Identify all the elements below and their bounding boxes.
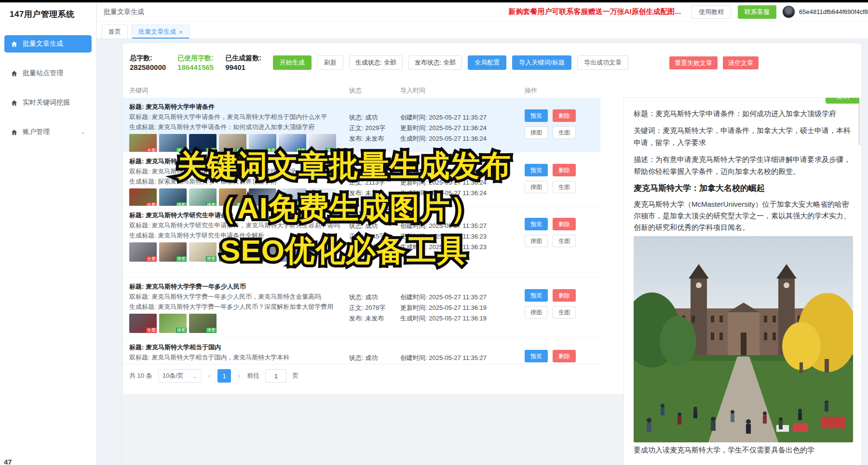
article-thumbnail[interactable]: 搜图 (219, 242, 246, 262)
next-page-icon[interactable]: › (237, 372, 241, 380)
refresh-button[interactable]: 刷新 (317, 55, 343, 70)
page-number-button[interactable]: 1 (217, 369, 231, 383)
time-cell: 创建时间: 2025-05-27 11:35:27 更新时间: 2025-05-… (400, 281, 525, 338)
article-thumbnail[interactable]: 搜图 (159, 242, 187, 262)
article-thumbnail[interactable]: 搜图 (309, 188, 336, 206)
words-value: 2029字 (365, 124, 385, 132)
sidebar-item-account[interactable]: 账户管理 ⌄ (4, 123, 92, 141)
sidebar-item-label: 账户管理 (23, 128, 50, 136)
delete-button[interactable]: 删除 (553, 218, 576, 230)
article-thumbnail[interactable]: 搜图 (219, 134, 246, 152)
table-row[interactable]: 标题: 麦克马斯特大学研究生申请条件 双标题: 麦克马斯特大学研究生申请条件，麦… (123, 206, 600, 278)
article-thumbnail[interactable]: 生图 (129, 134, 157, 152)
sidebar-item-batch-article[interactable]: 批量文章生成 (4, 35, 92, 53)
article-thumbnail[interactable]: 搜图 (189, 242, 217, 262)
article-thumbnail[interactable]: 搜图 (249, 188, 276, 206)
home-icon (11, 129, 18, 136)
generated-label: 生成时间: (400, 315, 427, 322)
table-row[interactable]: 标题: 麦克马斯特大学相当于国内 双标题: 麦克马斯特大学相当于国内，麦克马斯特… (123, 338, 600, 364)
article-thumbnail[interactable]: 搜图 (309, 134, 336, 152)
generated-value: 2025-05-27 11:36:24 (429, 135, 487, 142)
sidebar-item-batch-site[interactable]: 批量站点管理 (4, 65, 92, 82)
created-label: 创建时间: (400, 168, 427, 175)
breadcrumb: 批量文章生成 (104, 8, 144, 16)
thumbnail-badge: 生图 (146, 148, 157, 152)
preview-button[interactable]: 预览 (525, 218, 548, 230)
words-value: 2045字 (365, 233, 385, 240)
created-value: 2025-05-27 11:35:27 (429, 114, 487, 121)
delete-button[interactable]: 删除 (553, 109, 576, 122)
article-thumbnail[interactable]: 生图 (129, 242, 157, 262)
preview-button[interactable]: 预览 (525, 289, 548, 302)
scrollbar[interactable] (858, 101, 860, 145)
preview-button[interactable]: 预览 (525, 350, 548, 362)
publish-status-select[interactable]: 发布状态: 全部 (408, 55, 462, 70)
tab-home[interactable]: 首页 (102, 25, 128, 39)
tab-batch-article[interactable]: 批量文章生成 × (132, 25, 190, 39)
article-thumbnail[interactable]: 搜图 (219, 188, 246, 206)
article-thumbnail[interactable]: 搜图 (249, 242, 276, 262)
thumbnail-badge: 搜图 (236, 256, 246, 262)
generate-image-button[interactable]: 生图 (553, 235, 576, 247)
updated-label: 更新时间: (400, 304, 427, 311)
preview-button[interactable]: 预览 (525, 109, 548, 122)
avatar[interactable] (782, 5, 795, 18)
global-config-button[interactable]: 全局配置 (468, 55, 506, 70)
reset-failed-button[interactable]: 重置失败文章 (669, 56, 718, 69)
search-image-button[interactable]: 搜图 (525, 126, 548, 139)
close-icon[interactable]: × (179, 28, 183, 36)
search-image-button[interactable]: 搜图 (525, 181, 548, 193)
table-row[interactable]: 标题: 麦克马斯特大学 双标题: 麦克马斯特大学申请条件，麦克马斯特大学排名情况… (123, 152, 600, 206)
generate-image-button[interactable]: 生图 (553, 126, 576, 139)
campus-photo (634, 236, 853, 442)
export-success-button[interactable]: 导出成功文章 (577, 55, 628, 70)
article-thumbnail[interactable]: 生图 (129, 188, 157, 206)
prev-page-icon[interactable]: ‹ (207, 372, 212, 380)
delete-button[interactable]: 删除 (553, 164, 576, 176)
preview-panel: 复制 标题：麦克马斯特大学申请条件：如何成功进入加拿大顶级学府 关键词：麦克马斯… (624, 97, 861, 465)
thumbnail-badge: 搜图 (176, 328, 187, 333)
status-cell: 状态: 成功 正文: 1957字 发布: 未发布 (349, 342, 400, 364)
thumbnail-badge: 搜图 (296, 256, 306, 262)
table-row[interactable]: 标题: 麦克马斯特大学申请条件 双标题: 麦克马斯特大学申请条件，麦克马斯特大学… (123, 98, 600, 152)
generate-image-button[interactable]: 生图 (553, 181, 576, 193)
keyword-cell: 标题: 麦克马斯特大学研究生申请条件 双标题: 麦克马斯特大学研究生申请条件，麦… (129, 210, 349, 277)
search-image-button[interactable]: 搜图 (525, 306, 548, 319)
import-keywords-button[interactable]: 导入关键词/标题 (512, 55, 571, 70)
goto-page-input[interactable] (265, 369, 286, 383)
thumbnail-badge: 搜图 (206, 256, 217, 262)
tutorial-button[interactable]: 使用教程 (692, 5, 731, 19)
preview-button[interactable]: 预览 (525, 164, 548, 176)
actions-cell: 预览 删除 搜图 生图 (525, 281, 597, 338)
article-thumbnail[interactable]: 搜图 (189, 134, 217, 152)
updated-label: 更新时间: (400, 179, 427, 186)
created-value: 2025-05-27 11:35:27 (429, 293, 487, 301)
article-thumbnail[interactable]: 搜图 (189, 188, 217, 206)
article-thumbnail[interactable]: 生图 (129, 314, 157, 333)
generate-image-button[interactable]: 生图 (553, 306, 576, 319)
status-cell: 状态: 成功 正文: 2045字 发布: 未发布 (349, 210, 400, 277)
sidebar-item-keyword-mining[interactable]: 实时关键词挖掘 (4, 94, 92, 111)
table-row[interactable]: 标题: 麦克马斯特大学学费一年多少人民币 双标题: 麦克马斯特大学学费一年多少人… (123, 278, 600, 338)
delete-button[interactable]: 删除 (553, 289, 576, 302)
article-thumbnail[interactable]: 搜图 (159, 188, 187, 206)
delete-button[interactable]: 删除 (553, 350, 576, 362)
article-thumbnail[interactable]: 搜图 (189, 314, 217, 333)
search-image-button[interactable]: 搜图 (525, 235, 548, 247)
article-thumbnail[interactable]: 搜图 (279, 242, 306, 262)
article-thumbnail[interactable]: 搜图 (159, 314, 187, 333)
per-page-select[interactable]: 10条/页 ⌄ (158, 369, 202, 383)
article-thumbnail[interactable]: 搜图 (249, 134, 276, 152)
copy-button[interactable]: 复制 (826, 97, 859, 104)
article-thumbnail[interactable]: 搜图 (279, 134, 306, 152)
article-thumbnail[interactable]: 搜图 (159, 134, 187, 152)
preview-title: 标题：麦克马斯特大学申请条件：如何成功进入加拿大顶级学府 (634, 107, 853, 120)
clear-articles-button[interactable]: 清空文章 (723, 56, 759, 69)
generate-status-select[interactable]: 生成状态: 全部 (349, 55, 403, 70)
thumbnail-badge: 搜图 (176, 256, 187, 262)
promo-notice[interactable]: 新购套餐用户可联系客服赠送一万张AI原创生成配图... (509, 7, 681, 16)
start-generate-button[interactable]: 开始生成 (273, 55, 312, 70)
words-value: 2113字 (365, 179, 385, 186)
article-thumbnail[interactable]: 搜图 (279, 188, 306, 206)
contact-support-button[interactable]: 联系客服 (738, 5, 776, 19)
